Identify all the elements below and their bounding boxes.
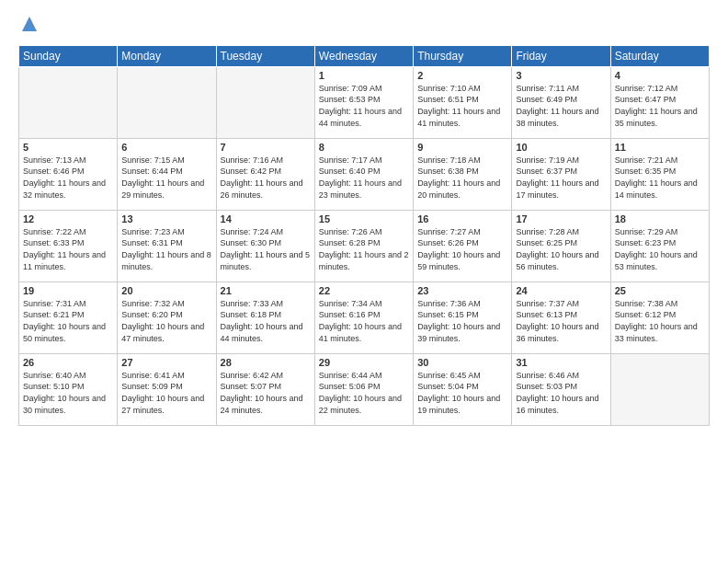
day-number: 19 — [23, 285, 113, 296]
calendar-header-row: SundayMondayTuesdayWednesdayThursdayFrid… — [19, 45, 710, 66]
day-number: 16 — [417, 213, 507, 224]
day-number: 4 — [615, 70, 705, 81]
day-number: 27 — [121, 357, 211, 368]
table-row: 11Sunrise: 7:21 AM Sunset: 6:35 PM Dayli… — [610, 138, 709, 210]
day-number: 20 — [121, 285, 211, 296]
day-info: Sunrise: 7:32 AM Sunset: 6:20 PM Dayligh… — [121, 298, 211, 344]
table-row: 19Sunrise: 7:31 AM Sunset: 6:21 PM Dayli… — [19, 282, 118, 353]
day-number: 22 — [319, 285, 409, 296]
day-number: 28 — [221, 357, 311, 368]
day-number: 29 — [319, 357, 409, 368]
table-row: 7Sunrise: 7:16 AM Sunset: 6:42 PM Daylig… — [216, 138, 314, 210]
day-info: Sunrise: 6:46 AM Sunset: 5:03 PM Dayligh… — [516, 370, 606, 416]
table-row: 22Sunrise: 7:34 AM Sunset: 6:16 PM Dayli… — [314, 282, 413, 353]
table-row: 16Sunrise: 7:27 AM Sunset: 6:26 PM Dayli… — [414, 210, 512, 282]
day-number: 6 — [121, 142, 211, 153]
day-number: 5 — [23, 142, 113, 153]
page: SundayMondayTuesdayWednesdayThursdayFrid… — [0, 0, 728, 563]
day-info: Sunrise: 6:41 AM Sunset: 5:09 PM Dayligh… — [121, 370, 211, 416]
table-row — [19, 66, 118, 138]
day-info: Sunrise: 7:31 AM Sunset: 6:21 PM Dayligh… — [23, 298, 113, 344]
day-info: Sunrise: 6:40 AM Sunset: 5:10 PM Dayligh… — [23, 370, 113, 416]
day-info: Sunrise: 7:09 AM Sunset: 6:53 PM Dayligh… — [319, 83, 409, 129]
table-row: 31Sunrise: 6:46 AM Sunset: 5:03 PM Dayli… — [512, 353, 610, 425]
day-number: 11 — [615, 142, 705, 153]
table-row: 8Sunrise: 7:17 AM Sunset: 6:40 PM Daylig… — [314, 138, 413, 210]
table-row: 14Sunrise: 7:24 AM Sunset: 6:30 PM Dayli… — [216, 210, 314, 282]
day-number: 3 — [516, 70, 606, 81]
day-info: Sunrise: 6:44 AM Sunset: 5:06 PM Dayligh… — [319, 370, 409, 416]
table-row: 27Sunrise: 6:41 AM Sunset: 5:09 PM Dayli… — [118, 353, 216, 425]
calendar-week-row: 19Sunrise: 7:31 AM Sunset: 6:21 PM Dayli… — [19, 282, 710, 353]
day-number: 15 — [319, 213, 409, 224]
day-info: Sunrise: 7:17 AM Sunset: 6:40 PM Dayligh… — [319, 155, 409, 201]
calendar-day-header: Saturday — [610, 45, 709, 66]
table-row: 4Sunrise: 7:12 AM Sunset: 6:47 PM Daylig… — [610, 66, 709, 138]
day-info: Sunrise: 7:37 AM Sunset: 6:13 PM Dayligh… — [516, 298, 606, 344]
calendar-week-row: 12Sunrise: 7:22 AM Sunset: 6:33 PM Dayli… — [19, 210, 710, 282]
day-number: 26 — [23, 357, 113, 368]
day-number: 17 — [516, 213, 606, 224]
day-info: Sunrise: 7:13 AM Sunset: 6:46 PM Dayligh… — [23, 155, 113, 201]
table-row — [118, 66, 216, 138]
day-info: Sunrise: 7:18 AM Sunset: 6:38 PM Dayligh… — [417, 155, 507, 201]
calendar-week-row: 5Sunrise: 7:13 AM Sunset: 6:46 PM Daylig… — [19, 138, 710, 210]
table-row: 30Sunrise: 6:45 AM Sunset: 5:04 PM Dayli… — [414, 353, 512, 425]
table-row: 20Sunrise: 7:32 AM Sunset: 6:20 PM Dayli… — [118, 282, 216, 353]
day-number: 12 — [23, 213, 113, 224]
table-row: 25Sunrise: 7:38 AM Sunset: 6:12 PM Dayli… — [610, 282, 709, 353]
table-row: 10Sunrise: 7:19 AM Sunset: 6:37 PM Dayli… — [512, 138, 610, 210]
calendar-day-header: Sunday — [19, 45, 118, 66]
day-info: Sunrise: 7:22 AM Sunset: 6:33 PM Dayligh… — [23, 226, 113, 272]
day-info: Sunrise: 7:12 AM Sunset: 6:47 PM Dayligh… — [615, 83, 705, 129]
day-info: Sunrise: 7:19 AM Sunset: 6:37 PM Dayligh… — [516, 155, 606, 201]
day-info: Sunrise: 7:11 AM Sunset: 6:49 PM Dayligh… — [516, 83, 606, 129]
calendar-day-header: Monday — [118, 45, 216, 66]
table-row: 2Sunrise: 7:10 AM Sunset: 6:51 PM Daylig… — [414, 66, 512, 138]
table-row: 9Sunrise: 7:18 AM Sunset: 6:38 PM Daylig… — [414, 138, 512, 210]
header — [18, 15, 710, 38]
calendar-day-header: Tuesday — [216, 45, 314, 66]
day-info: Sunrise: 7:26 AM Sunset: 6:28 PM Dayligh… — [319, 226, 409, 272]
calendar-day-header: Friday — [512, 45, 610, 66]
calendar-day-header: Wednesday — [314, 45, 413, 66]
day-info: Sunrise: 7:34 AM Sunset: 6:16 PM Dayligh… — [319, 298, 409, 344]
logo — [18, 15, 39, 38]
table-row: 3Sunrise: 7:11 AM Sunset: 6:49 PM Daylig… — [512, 66, 610, 138]
table-row: 15Sunrise: 7:26 AM Sunset: 6:28 PM Dayli… — [314, 210, 413, 282]
table-row: 24Sunrise: 7:37 AM Sunset: 6:13 PM Dayli… — [512, 282, 610, 353]
calendar-week-row: 1Sunrise: 7:09 AM Sunset: 6:53 PM Daylig… — [19, 66, 710, 138]
day-number: 1 — [319, 70, 409, 81]
day-number: 23 — [417, 285, 507, 296]
day-info: Sunrise: 7:15 AM Sunset: 6:44 PM Dayligh… — [121, 155, 211, 201]
logo-icon — [20, 15, 39, 35]
day-number: 21 — [221, 285, 311, 296]
table-row: 1Sunrise: 7:09 AM Sunset: 6:53 PM Daylig… — [314, 66, 413, 138]
logo-text — [18, 15, 39, 40]
day-number: 7 — [221, 142, 311, 153]
calendar-week-row: 26Sunrise: 6:40 AM Sunset: 5:10 PM Dayli… — [19, 353, 710, 425]
table-row — [610, 353, 709, 425]
table-row: 28Sunrise: 6:42 AM Sunset: 5:07 PM Dayli… — [216, 353, 314, 425]
table-row: 18Sunrise: 7:29 AM Sunset: 6:23 PM Dayli… — [610, 210, 709, 282]
day-number: 14 — [221, 213, 311, 224]
calendar-table: SundayMondayTuesdayWednesdayThursdayFrid… — [18, 45, 710, 426]
table-row: 17Sunrise: 7:28 AM Sunset: 6:25 PM Dayli… — [512, 210, 610, 282]
table-row: 13Sunrise: 7:23 AM Sunset: 6:31 PM Dayli… — [118, 210, 216, 282]
day-info: Sunrise: 7:16 AM Sunset: 6:42 PM Dayligh… — [221, 155, 311, 201]
day-info: Sunrise: 7:27 AM Sunset: 6:26 PM Dayligh… — [417, 226, 507, 272]
table-row: 5Sunrise: 7:13 AM Sunset: 6:46 PM Daylig… — [19, 138, 118, 210]
day-info: Sunrise: 7:10 AM Sunset: 6:51 PM Dayligh… — [417, 83, 507, 129]
table-row — [216, 66, 314, 138]
table-row: 12Sunrise: 7:22 AM Sunset: 6:33 PM Dayli… — [19, 210, 118, 282]
day-info: Sunrise: 7:21 AM Sunset: 6:35 PM Dayligh… — [615, 155, 705, 201]
day-info: Sunrise: 7:24 AM Sunset: 6:30 PM Dayligh… — [221, 226, 311, 272]
day-number: 13 — [121, 213, 211, 224]
table-row: 29Sunrise: 6:44 AM Sunset: 5:06 PM Dayli… — [314, 353, 413, 425]
table-row: 26Sunrise: 6:40 AM Sunset: 5:10 PM Dayli… — [19, 353, 118, 425]
day-number: 9 — [417, 142, 507, 153]
day-number: 30 — [417, 357, 507, 368]
day-number: 2 — [417, 70, 507, 81]
day-number: 10 — [516, 142, 606, 153]
day-number: 31 — [516, 357, 606, 368]
